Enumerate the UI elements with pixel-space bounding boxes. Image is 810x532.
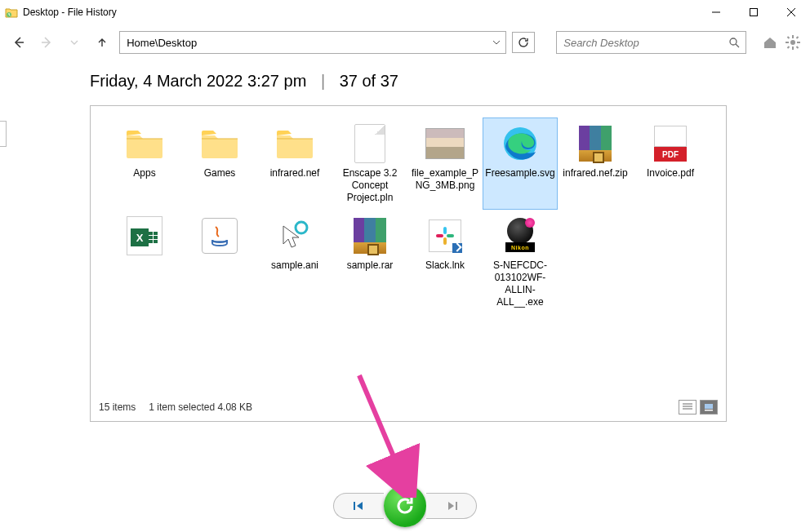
folder-icon bbox=[124, 123, 165, 164]
svg-rect-10 bbox=[787, 46, 790, 49]
file-grid: AppsGamesinfrared.nefEnscape 3.2 Concept… bbox=[107, 117, 710, 314]
details-view-button[interactable] bbox=[679, 400, 697, 415]
separator: | bbox=[321, 72, 325, 90]
file-item[interactable]: Freesample.svg bbox=[483, 117, 558, 210]
svg-rect-14 bbox=[443, 227, 447, 234]
minimize-button[interactable] bbox=[697, 0, 735, 24]
back-button[interactable] bbox=[8, 31, 29, 54]
status-bar: 15 items 1 item selected 4.08 KB bbox=[99, 400, 718, 415]
selection-info: 1 item selected 4.08 KB bbox=[149, 401, 252, 413]
edge-icon bbox=[500, 123, 541, 164]
file-item[interactable]: X bbox=[107, 210, 182, 314]
file-item[interactable]: NikonS-NEFCDC-013102WF-ALLIN-ALL__.exe bbox=[483, 210, 558, 314]
refresh-button[interactable] bbox=[512, 32, 535, 53]
forward-button[interactable] bbox=[36, 31, 57, 54]
svg-point-13 bbox=[296, 222, 307, 233]
version-position: 37 of 37 bbox=[340, 72, 398, 90]
svg-rect-18 bbox=[705, 404, 713, 409]
close-button[interactable] bbox=[772, 0, 810, 24]
folder-icon bbox=[199, 123, 240, 164]
file-item[interactable]: sample.rar bbox=[332, 210, 407, 314]
file-label: Games bbox=[204, 167, 236, 180]
archive-icon bbox=[575, 123, 616, 164]
file-item[interactable]: infrared.nef.zip bbox=[558, 117, 633, 210]
svg-rect-17 bbox=[436, 234, 443, 237]
svg-rect-15 bbox=[447, 234, 454, 237]
file-label: sample.rar bbox=[347, 259, 394, 272]
nikon-icon: Nikon bbox=[500, 215, 541, 256]
next-version-button[interactable] bbox=[426, 493, 477, 519]
version-header: Friday, 4 March 2022 3:27 pm | 37 of 37 bbox=[0, 60, 810, 91]
svg-rect-4 bbox=[792, 35, 794, 38]
home-icon[interactable] bbox=[761, 33, 779, 51]
file-label: Freesample.svg bbox=[485, 167, 554, 180]
file-label: Slack.lnk bbox=[425, 259, 465, 272]
pdf-icon: PDF bbox=[650, 123, 691, 164]
side-panel-fragment bbox=[0, 121, 7, 147]
blank-icon bbox=[349, 123, 390, 164]
file-item[interactable]: infrared.nef bbox=[257, 117, 332, 210]
file-label: infrared.nef bbox=[270, 167, 320, 180]
search-box[interactable] bbox=[556, 31, 746, 54]
icons-view-button[interactable] bbox=[700, 400, 718, 415]
version-timestamp: Friday, 4 March 2022 3:27 pm bbox=[90, 72, 306, 90]
restore-button[interactable] bbox=[384, 485, 426, 527]
file-item[interactable]: Apps bbox=[107, 117, 182, 210]
svg-rect-6 bbox=[786, 42, 789, 43]
svg-rect-16 bbox=[443, 237, 447, 245]
svg-rect-19 bbox=[705, 410, 713, 411]
archive-icon bbox=[349, 215, 390, 256]
file-item[interactable]: Slack.lnk bbox=[407, 210, 483, 314]
file-label: Invoice.pdf bbox=[647, 167, 694, 180]
folder-icon bbox=[274, 123, 315, 164]
file-item[interactable] bbox=[182, 210, 257, 314]
maximize-button[interactable] bbox=[735, 0, 772, 24]
file-item[interactable]: Games bbox=[182, 117, 257, 210]
svg-point-2 bbox=[730, 38, 737, 45]
file-item[interactable]: sample.ani bbox=[257, 210, 332, 314]
svg-rect-7 bbox=[797, 42, 800, 43]
app-icon bbox=[5, 6, 18, 19]
image-icon bbox=[425, 123, 465, 164]
jar-icon bbox=[199, 215, 240, 256]
address-bar[interactable]: Home\Desktop bbox=[119, 31, 506, 54]
nav-toolbar: Home\Desktop bbox=[0, 24, 810, 60]
up-button[interactable] bbox=[91, 31, 113, 54]
file-pane: AppsGamesinfrared.nefEnscape 3.2 Concept… bbox=[90, 105, 727, 422]
svg-rect-5 bbox=[792, 47, 794, 50]
file-label: Apps bbox=[133, 167, 155, 180]
svg-point-3 bbox=[790, 40, 795, 45]
history-controls bbox=[0, 485, 810, 527]
cursor-icon bbox=[274, 215, 315, 256]
file-label: Enscape 3.2 Concept Project.pln bbox=[335, 167, 405, 204]
file-label: sample.ani bbox=[271, 259, 318, 272]
xlsx-icon: X bbox=[124, 215, 165, 256]
search-input[interactable] bbox=[557, 37, 723, 49]
file-item[interactable]: Enscape 3.2 Concept Project.pln bbox=[332, 117, 407, 210]
recent-locations-button[interactable] bbox=[64, 31, 85, 54]
file-item[interactable]: PDFInvoice.pdf bbox=[633, 117, 708, 210]
breadcrumb-text: Home\Desktop bbox=[120, 37, 487, 49]
svg-rect-1 bbox=[750, 9, 758, 16]
file-label: S-NEFCDC-013102WF-ALLIN-ALL__.exe bbox=[485, 259, 555, 308]
file-label: infrared.nef.zip bbox=[563, 167, 627, 180]
file-label: file_example_PNG_3MB.png bbox=[410, 167, 480, 192]
window-title: Desktop - File History bbox=[23, 7, 117, 18]
title-bar: Desktop - File History bbox=[0, 0, 810, 24]
svg-rect-8 bbox=[787, 36, 790, 39]
address-dropdown[interactable] bbox=[487, 32, 505, 53]
file-item[interactable]: file_example_PNG_3MB.png bbox=[407, 117, 483, 210]
svg-rect-11 bbox=[796, 46, 799, 49]
svg-rect-9 bbox=[796, 36, 799, 39]
search-icon[interactable] bbox=[723, 37, 745, 48]
gear-icon[interactable] bbox=[784, 33, 802, 51]
slack-icon bbox=[425, 215, 465, 256]
previous-version-button[interactable] bbox=[333, 493, 384, 519]
item-count: 15 items bbox=[99, 401, 136, 413]
